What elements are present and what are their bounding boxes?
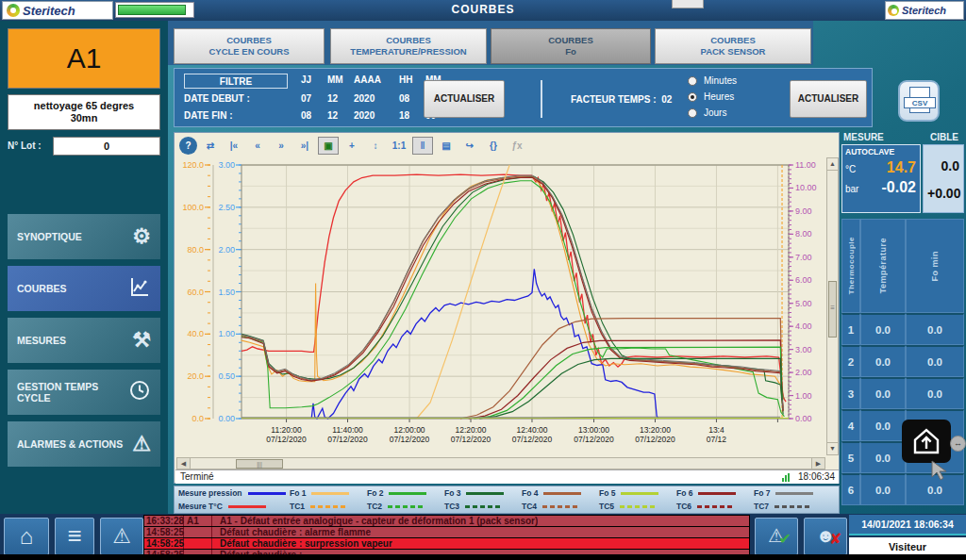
scroll-up-icon[interactable]: ▲ (827, 158, 838, 171)
legend-item-fo-7[interactable]: Fo 7 (750, 488, 827, 498)
chart-vertical-scrollbar[interactable]: ▲ ≡ ▼ (826, 157, 839, 455)
user-x-icon: ☻✘ (815, 519, 835, 552)
home-button[interactable]: ⌂ (4, 518, 49, 555)
help-icon[interactable]: ? (179, 137, 197, 155)
tab-label-line2: Fo (565, 46, 576, 58)
horizontal-scroll-thumb[interactable]: ||| (236, 459, 283, 469)
lot-number-field[interactable]: 0 (53, 137, 160, 156)
csv-export-button[interactable]: CSV (898, 80, 940, 122)
legend-item-mesure-t-c[interactable]: Mesure T°C (175, 502, 286, 511)
legend-row: Mesure pressionFo 1Fo 2Fo 3Fo 4Fo 5Fo 6F… (175, 486, 839, 500)
sidebar-item-gestion-temps-cycle[interactable]: GESTION TEMPS CYCLE (8, 370, 160, 415)
date-debut-value[interactable]: 12 (327, 93, 338, 104)
actualiser-button-2[interactable]: ACTUALISER (790, 80, 867, 118)
chart-horizontal-scrollbar[interactable]: ◀ ||| ▶ (176, 457, 825, 469)
legend-label: Fo 1 (286, 488, 306, 498)
date-fin-value[interactable]: 2020 (354, 110, 375, 121)
radio-heures[interactable]: Heures (688, 91, 734, 102)
skip-end-icon[interactable]: »| (294, 137, 315, 155)
legend-item-tc2[interactable]: TC2 (363, 502, 441, 511)
legend-label: Fo 3 (441, 488, 460, 498)
vertical-scale-icon[interactable]: ↕ (365, 137, 386, 155)
logout-user-button[interactable]: ☻✘ (804, 518, 847, 555)
fx-icon: ƒx (507, 137, 527, 155)
measure-panel: MESURE CIBLE AUTOCLAVE °C 14.7 bar -0.02… (840, 132, 966, 514)
legend-item-mesure-pression[interactable]: Mesure pression (175, 488, 286, 498)
legend-item-tc1[interactable]: TC1 (286, 502, 363, 511)
brackets-icon[interactable]: {} (483, 137, 504, 155)
scroll-down-icon[interactable]: ▼ (827, 442, 838, 454)
tab-label-line1: COURBES (386, 35, 431, 46)
alarm-row[interactable]: 16:33:28A1A1 - Défaut entrée analogique … (144, 516, 749, 527)
autoclave-measure-box: AUTOCLAVE °C 14.7 bar -0.02 (841, 144, 921, 213)
legend-item-tc7[interactable]: TC7 (750, 502, 827, 511)
thermocouple-temp: 0.0 (860, 473, 906, 505)
svg-text:20.0: 20.0 (187, 371, 204, 381)
radio-jours[interactable]: Jours (688, 107, 726, 118)
legend-item-fo-6[interactable]: Fo 6 (673, 488, 750, 498)
radio-minutes[interactable]: Minutes (688, 75, 737, 86)
legend-item-fo-3[interactable]: Fo 3 (441, 488, 518, 498)
filter-separator (541, 80, 542, 118)
legend-swatch (697, 505, 735, 508)
zoom-tool-icon[interactable]: ▣ (318, 137, 339, 155)
sidebar: A1 nettoyage 65 degres 30mn N° Lot : 0 S… (0, 21, 168, 514)
date-debut-value[interactable]: 08 (399, 93, 409, 104)
thermocouple-number: 2 (841, 345, 860, 377)
scroll-right-icon[interactable]: ▶ (811, 458, 824, 469)
date-fin-value[interactable]: 18 (399, 110, 409, 121)
alarm-row[interactable]: 14:58:25Défaut chaudière : surpression v… (144, 538, 749, 550)
date-fin-value[interactable]: 12 (327, 110, 338, 121)
skip-start-icon[interactable]: |« (224, 137, 244, 155)
house-upload-button[interactable] (902, 420, 951, 463)
legend-item-fo-4[interactable]: Fo 4 (518, 488, 595, 498)
filter-col-header: MM (327, 74, 343, 85)
legend-label: TC3 (441, 502, 459, 511)
svg-text:1.50: 1.50 (218, 288, 235, 297)
forward-icon[interactable]: » (271, 137, 291, 155)
rewind-icon[interactable]: « (247, 137, 268, 155)
actualiser-button-1[interactable]: ACTUALISER (424, 80, 505, 118)
drag-handle-icon[interactable]: ↔ (950, 436, 966, 452)
thermocouple-fo: 0.0 (906, 313, 964, 345)
header-label: Thermocouple (847, 237, 856, 294)
legend-item-fo-1[interactable]: Fo 1 (286, 488, 363, 498)
warning-check-icon: ⚠✔ (768, 519, 785, 552)
legend-item-fo-2[interactable]: Fo 2 (363, 488, 441, 498)
legend-item-fo-5[interactable]: Fo 5 (595, 488, 673, 498)
pan-tool-icon[interactable]: + (341, 137, 362, 155)
export-page-icon[interactable]: ⇄ (200, 137, 221, 155)
actual-size-icon[interactable]: 1:1 (389, 137, 409, 155)
vertical-scroll-thumb[interactable]: ≡ (828, 281, 837, 338)
legend-swatch (543, 492, 581, 495)
date-debut-value[interactable]: 2020 (354, 93, 375, 104)
sidebar-item-mesures[interactable]: MESURES⚒ (8, 318, 160, 363)
alarm-tag (184, 538, 212, 549)
alarms-button[interactable]: ⚠ (100, 518, 143, 555)
sidebar-item-synoptique[interactable]: SYNOPTIQUE⚙ (8, 214, 160, 259)
tab-courbes-cycle-en-cours[interactable]: COURBESCYCLE EN COURS (174, 28, 325, 64)
acknowledge-alarms-button[interactable]: ⚠✔ (755, 518, 798, 555)
export-curves-icon[interactable]: ↪ (459, 137, 480, 155)
menu-button[interactable]: ≡ (55, 518, 94, 555)
thermocouple-fo: 0.0 (906, 377, 964, 409)
tab-courbes-pack-sensor[interactable]: COURBESPACK SENSOR (655, 28, 811, 64)
legend-item-tc5[interactable]: TC5 (595, 502, 673, 511)
sidebar-item-alarmes-actions[interactable]: ALARMES & ACTIONS⚠ (8, 421, 160, 467)
legend-item-tc6[interactable]: TC6 (673, 502, 750, 511)
date-debut-value[interactable]: 07 (301, 93, 311, 104)
svg-text:2.50: 2.50 (218, 203, 235, 212)
legend-item-tc3[interactable]: TC3 (441, 502, 518, 511)
fo-curves-chart[interactable]: 11:20:0007/12/202011:40:0007/12/202012:0… (175, 157, 841, 455)
sidebar-item-courbes[interactable]: COURBES (8, 266, 160, 311)
alarm-row[interactable]: 14:58:25Défaut chaudière : alarme flamme (144, 527, 749, 538)
scroll-left-icon[interactable]: ◀ (177, 458, 191, 469)
tab-courbes-temperature-pression[interactable]: COURBESTEMPERATURE/PRESSION (330, 28, 487, 64)
alarm-message: Défaut chaudière : surpression vapeur (212, 538, 392, 549)
legend-item-tc4[interactable]: TC4 (518, 502, 595, 511)
pause-icon[interactable]: ‖ (412, 137, 433, 155)
print-icon[interactable]: ▤ (436, 137, 457, 155)
date-fin-value[interactable]: 08 (301, 110, 311, 121)
tab-courbes-fo[interactable]: COURBESFo (491, 28, 651, 64)
house-arrow-icon (911, 427, 941, 455)
